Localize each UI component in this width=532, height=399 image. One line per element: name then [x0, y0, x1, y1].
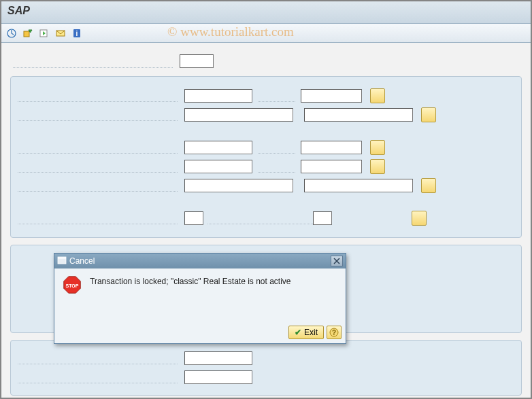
multiple-selection-button[interactable] — [370, 159, 385, 174]
from-input[interactable] — [184, 108, 293, 122]
app-toolbar: i — [1, 24, 531, 43]
to-input[interactable] — [304, 108, 413, 122]
multiple-selection-button[interactable] — [421, 107, 436, 122]
field-label — [18, 352, 178, 364]
from-input[interactable] — [184, 160, 252, 173]
to-input[interactable] — [301, 160, 362, 173]
dialog-titlebar: Cancel — [54, 254, 346, 268]
to-input[interactable] — [313, 211, 332, 225]
svg-rect-7 — [58, 257, 66, 259]
multiple-selection-button[interactable] — [421, 178, 436, 193]
top-input[interactable] — [180, 54, 214, 68]
svg-rect-1 — [24, 31, 29, 37]
dynamic-selections-button[interactable] — [37, 27, 51, 40]
dialog-close-button[interactable] — [331, 256, 343, 266]
dialog-title: Cancel — [69, 256, 95, 266]
selection-screen — [1, 43, 531, 399]
field-label — [18, 109, 178, 121]
selection-block-3 — [10, 340, 522, 396]
from-input[interactable] — [184, 89, 252, 103]
titlebar: SAP — [1, 1, 531, 24]
dialog-message: Transaction is locked; "classic" Real Es… — [90, 275, 291, 317]
check-icon: ✔ — [295, 328, 301, 337]
from-input[interactable] — [184, 351, 252, 365]
from-input[interactable] — [184, 370, 252, 384]
field-label — [18, 160, 178, 173]
field-label — [18, 371, 178, 383]
help-button[interactable]: ? — [327, 326, 342, 339]
multiple-selection-button[interactable] — [412, 211, 427, 226]
exit-button-label: Exit — [304, 328, 318, 337]
field-label — [18, 90, 178, 102]
exit-button[interactable]: ✔ Exit — [288, 326, 324, 339]
field-label — [18, 141, 178, 154]
to-input[interactable] — [301, 141, 362, 154]
get-variant-button[interactable] — [21, 27, 35, 40]
from-input[interactable] — [184, 179, 293, 192]
stop-icon: STOP — [63, 275, 82, 294]
field-label — [18, 212, 178, 224]
app-title: SAP — [7, 5, 30, 16]
to-label — [258, 90, 295, 102]
to-label — [258, 141, 295, 154]
field-label — [13, 54, 173, 68]
mail-button[interactable] — [54, 27, 67, 40]
field-label — [18, 179, 178, 192]
svg-text:i: i — [76, 30, 78, 37]
from-input[interactable] — [184, 211, 203, 225]
window-icon — [57, 256, 67, 266]
execute-button[interactable] — [5, 27, 18, 40]
multiple-selection-button[interactable] — [370, 140, 385, 155]
cancel-dialog: Cancel STOP Transaction is locked; "clas… — [54, 253, 346, 344]
top-field-row — [6, 53, 526, 69]
svg-text:STOP: STOP — [66, 283, 79, 288]
info-button[interactable]: i — [70, 27, 84, 40]
to-label — [207, 212, 313, 224]
from-input[interactable] — [184, 141, 252, 154]
to-label — [258, 160, 295, 173]
to-input[interactable] — [301, 89, 362, 103]
selection-block-1 — [10, 76, 522, 238]
to-input[interactable] — [304, 179, 413, 192]
svg-text:?: ? — [332, 329, 336, 336]
multiple-selection-button[interactable] — [370, 88, 385, 103]
